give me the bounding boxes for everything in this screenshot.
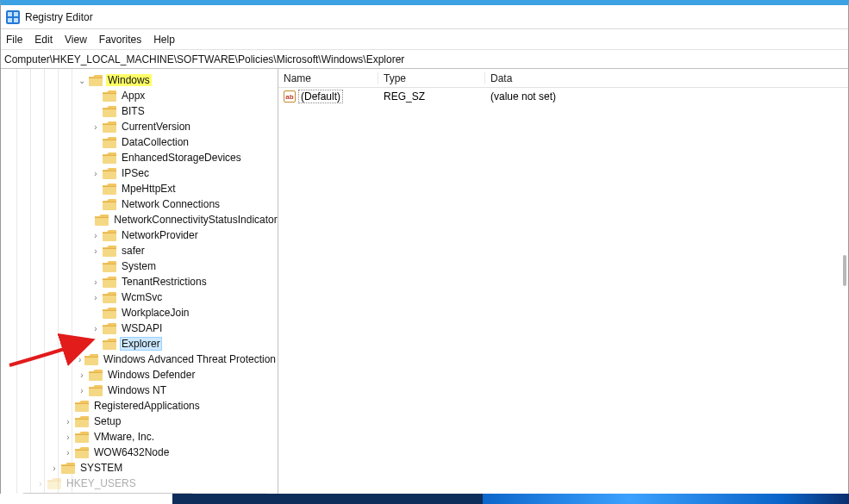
menu-file[interactable]: File — [6, 34, 22, 46]
tree-node-label[interactable]: Network Connections — [120, 198, 222, 210]
folder-icon — [103, 323, 116, 334]
tree-node[interactable]: ›NetworkConnectivityStatusIndicator — [1, 212, 278, 227]
tree-node-label[interactable]: System — [120, 260, 158, 272]
tree-node-label[interactable]: Appx — [120, 90, 147, 102]
tree-node[interactable]: ›WcmSvc — [1, 289, 278, 305]
tree-node[interactable]: ›CurrentVersion — [1, 119, 278, 134]
tree-node-label[interactable]: Explorer — [120, 337, 162, 351]
tree-node[interactable]: ›EnhancedStorageDevices — [1, 150, 278, 165]
chevron-right-icon[interactable]: › — [91, 231, 101, 240]
tree-node[interactable]: ›WOW6432Node — [1, 445, 278, 460]
menu-view[interactable]: View — [65, 34, 87, 46]
tree-node[interactable]: ›Explorer — [1, 336, 278, 352]
splitter-handle[interactable] — [843, 255, 846, 286]
svg-rect-3 — [8, 18, 12, 22]
tree-node[interactable]: ›WorkplaceJoin — [1, 305, 278, 320]
window-title: Registry Editor — [25, 11, 93, 23]
column-header-type[interactable]: Type — [378, 72, 485, 84]
chevron-right-icon[interactable]: › — [77, 370, 87, 380]
tree-node[interactable]: ›IPSec — [1, 165, 278, 181]
chevron-right-icon[interactable]: › — [63, 432, 73, 442]
tree-node-label[interactable]: Setup — [92, 415, 122, 427]
menu-edit[interactable]: Edit — [34, 34, 53, 46]
tree-node-label[interactable]: HKEY_USERS — [65, 477, 138, 489]
menu-help[interactable]: Help — [153, 34, 175, 46]
tree-node-label[interactable]: Windows NT — [106, 384, 168, 396]
tree-node-label[interactable]: Windows Advanced Threat Protection — [102, 353, 278, 365]
tree-node[interactable]: ›Setup — [1, 414, 278, 429]
folder-icon — [61, 463, 75, 474]
tree-node[interactable]: ›Network Connections — [1, 196, 278, 212]
address-bar[interactable]: Computer\HKEY_LOCAL_MACHINE\SOFTWARE\Pol… — [1, 50, 848, 69]
svg-rect-4 — [14, 18, 18, 22]
regedit-icon — [6, 10, 20, 24]
tree-node[interactable]: ⌄Windows — [1, 72, 278, 88]
tree-node[interactable]: ›DataCollection — [1, 134, 278, 150]
chevron-right-icon[interactable]: › — [77, 386, 87, 395]
tree-node[interactable]: ›NetworkProvider — [1, 227, 278, 243]
chevron-right-icon[interactable]: › — [63, 417, 73, 426]
values-pane[interactable]: Name Type Data ab(Default)REG_SZ(value n… — [278, 69, 848, 503]
tree-node-label[interactable]: NetworkProvider — [120, 229, 200, 241]
folder-icon — [103, 106, 116, 117]
tree-node-label[interactable]: DataCollection — [120, 136, 190, 148]
tree-node[interactable]: ›SYSTEM — [1, 460, 278, 476]
tree-node[interactable]: ›Windows NT — [1, 383, 278, 398]
tree-node-label[interactable]: RegisteredApplications — [92, 400, 202, 412]
folder-icon — [103, 339, 116, 350]
folder-icon — [103, 184, 116, 195]
tree-node-label[interactable]: CurrentVersion — [120, 121, 192, 133]
tree-node-label[interactable]: MpeHttpExt — [120, 183, 178, 195]
tree-node[interactable]: ›HKEY_USERS — [1, 476, 278, 491]
tree-node-label[interactable]: WOW6432Node — [92, 446, 171, 458]
tree-node-label[interactable]: Windows Defender — [106, 369, 197, 381]
tree-node[interactable]: ›MpeHttpExt — [1, 181, 278, 196]
tree-node[interactable]: ›TenantRestrictions — [1, 274, 278, 289]
tree-node[interactable]: ›BITS — [1, 103, 278, 119]
tree-node[interactable]: ›safer — [1, 243, 278, 258]
chevron-right-icon[interactable]: › — [91, 246, 101, 256]
chevron-right-icon[interactable]: › — [91, 293, 101, 302]
tree-node-label[interactable]: BITS — [120, 105, 147, 117]
folder-icon — [95, 215, 109, 226]
folder-icon — [84, 354, 98, 365]
folder-icon — [75, 401, 89, 412]
tree-node-label[interactable]: EnhancedStorageDevices — [120, 152, 243, 164]
tree-node[interactable]: ›VMware, Inc. — [1, 429, 278, 445]
tree-node[interactable]: ›RegisteredApplications — [1, 398, 278, 414]
tree-node[interactable]: ›Windows Defender — [1, 367, 278, 383]
tree-node-label[interactable]: safer — [120, 245, 147, 257]
tree-node-label[interactable]: SYSTEM — [78, 462, 124, 474]
tree-node-label[interactable]: WorkplaceJoin — [120, 307, 190, 319]
tree-node[interactable]: ›System — [1, 258, 278, 274]
chevron-right-icon[interactable]: › — [49, 464, 59, 473]
tree-pane[interactable]: ⌄Windows›Appx›BITS›CurrentVersion›DataCo… — [1, 69, 278, 503]
menu-favorites[interactable]: Favorites — [99, 34, 141, 46]
tree-node-label[interactable]: WcmSvc — [120, 291, 164, 303]
chevron-right-icon[interactable]: › — [91, 277, 101, 287]
tree-node[interactable]: ›Windows Advanced Threat Protection — [1, 352, 278, 367]
tree-node[interactable]: ›Appx — [1, 88, 278, 103]
column-header-data[interactable]: Data — [485, 72, 848, 84]
folder-icon — [103, 308, 116, 319]
chevron-down-icon[interactable]: ⌄ — [77, 76, 87, 85]
folder-icon — [47, 478, 61, 489]
tree-node-label[interactable]: IPSec — [120, 167, 151, 179]
tree-node-label[interactable]: NetworkConnectivityStatusIndicator — [112, 214, 278, 226]
chevron-right-icon[interactable]: › — [91, 324, 101, 333]
folder-icon — [103, 137, 116, 148]
tree-node-label[interactable]: TenantRestrictions — [120, 276, 209, 288]
chevron-right-icon[interactable]: › — [35, 479, 46, 488]
chevron-right-icon[interactable]: › — [91, 122, 101, 132]
titlebar[interactable]: Registry Editor — [1, 5, 848, 29]
chevron-right-icon[interactable]: › — [77, 355, 83, 364]
column-header-name[interactable]: Name — [278, 72, 378, 84]
tree-node-label[interactable]: VMware, Inc. — [92, 431, 156, 443]
tree-node[interactable]: ›WSDAPI — [1, 320, 278, 336]
folder-icon — [89, 370, 103, 381]
tree-node-label[interactable]: Windows — [106, 74, 152, 86]
tree-node-label[interactable]: WSDAPI — [120, 322, 164, 334]
chevron-right-icon[interactable]: › — [63, 448, 73, 457]
chevron-right-icon[interactable]: › — [91, 169, 101, 178]
value-row[interactable]: ab(Default)REG_SZ(value not set) — [278, 88, 848, 105]
